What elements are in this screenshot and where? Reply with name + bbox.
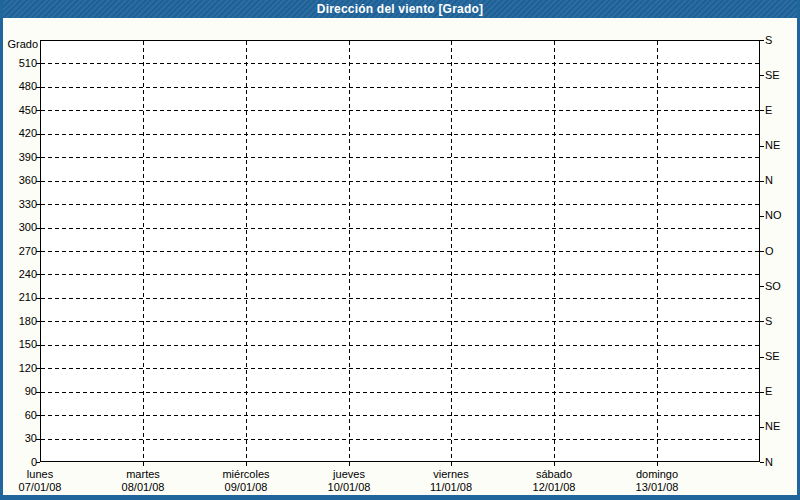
- day-label: jueves: [333, 468, 365, 481]
- h-gridline: [41, 134, 759, 135]
- h-gridline: [41, 392, 759, 393]
- x-tick-mark: [657, 462, 658, 466]
- v-gridline: [657, 41, 658, 461]
- compass-label: NE: [765, 139, 780, 152]
- compass-label: NE: [765, 420, 780, 433]
- h-gridline: [41, 298, 759, 299]
- date-label: 07/01/08: [19, 481, 62, 494]
- day-label: martes: [126, 468, 160, 481]
- y-tick-label: 210: [4, 291, 37, 304]
- compass-tick-mark: [760, 462, 764, 463]
- compass-tick-mark: [760, 181, 764, 182]
- compass-label: O: [765, 245, 774, 258]
- y-tick-mark: [36, 228, 40, 229]
- date-label: 09/01/08: [225, 481, 268, 494]
- x-tick-mark: [349, 462, 350, 466]
- y-tick-mark: [36, 439, 40, 440]
- y-tick-mark: [36, 392, 40, 393]
- v-gridline: [246, 41, 247, 461]
- compass-label: E: [765, 104, 772, 117]
- compass-label: N: [765, 456, 773, 469]
- compass-tick-mark: [760, 357, 764, 358]
- y-tick-label: 300: [4, 221, 37, 234]
- v-gridline: [143, 41, 144, 461]
- day-label: domingo: [636, 468, 678, 481]
- chart-title: Dirección del viento [Grado]: [317, 2, 483, 16]
- frame-border-left: [0, 0, 3, 500]
- h-gridline: [41, 251, 759, 252]
- compass-label: SO: [765, 280, 781, 293]
- day-label: lunes: [27, 468, 53, 481]
- h-gridline: [41, 63, 759, 64]
- y-tick-mark: [36, 415, 40, 416]
- h-gridline: [41, 368, 759, 369]
- v-gridline: [451, 41, 452, 461]
- compass-tick-mark: [760, 286, 764, 287]
- wind-direction-chart-window: Dirección del viento [Grado] Grado 03060…: [0, 0, 800, 500]
- compass-label: SE: [765, 69, 780, 82]
- compass-label: SE: [765, 350, 780, 363]
- compass-tick-mark: [760, 251, 764, 252]
- date-label: 12/01/08: [533, 481, 576, 494]
- y-tick-mark: [36, 345, 40, 346]
- compass-tick-mark: [760, 392, 764, 393]
- x-tick-mark: [143, 462, 144, 466]
- compass-label: E: [765, 385, 772, 398]
- h-gridline: [41, 110, 759, 111]
- y-tick-label: 450: [4, 104, 37, 117]
- v-gridline: [349, 41, 350, 461]
- h-gridline: [41, 181, 759, 182]
- h-gridline: [41, 87, 759, 88]
- compass-label: N: [765, 174, 773, 187]
- h-gridline: [41, 439, 759, 440]
- h-gridline: [41, 345, 759, 346]
- y-tick-label: 90: [4, 385, 37, 398]
- compass-tick-mark: [760, 110, 764, 111]
- y-tick-label: 240: [4, 268, 37, 281]
- y-tick-label: 180: [4, 315, 37, 328]
- title-bar: Dirección del viento [Grado]: [0, 0, 800, 18]
- y-tick-mark: [36, 251, 40, 252]
- y-tick-mark: [36, 298, 40, 299]
- y-tick-label: 330: [4, 198, 37, 211]
- y-tick-label: 120: [4, 362, 37, 375]
- x-tick-mark: [246, 462, 247, 466]
- y-tick-label: 480: [4, 80, 37, 93]
- h-gridline: [41, 228, 759, 229]
- y-tick-mark: [36, 157, 40, 158]
- h-gridline: [41, 415, 759, 416]
- day-label: viernes: [433, 468, 468, 481]
- y-tick-mark: [36, 134, 40, 135]
- h-gridline: [41, 274, 759, 275]
- y-axis-unit-label: Grado: [0, 38, 38, 50]
- frame-border-bottom: [0, 495, 800, 500]
- compass-tick-mark: [760, 146, 764, 147]
- x-tick-mark: [451, 462, 452, 466]
- y-tick-mark: [36, 321, 40, 322]
- h-gridline: [41, 204, 759, 205]
- date-label: 13/01/08: [636, 481, 679, 494]
- date-label: 08/01/08: [122, 481, 165, 494]
- compass-tick-mark: [760, 75, 764, 76]
- compass-label: S: [765, 315, 772, 328]
- y-tick-label: 60: [4, 409, 37, 422]
- date-label: 10/01/08: [328, 481, 371, 494]
- y-tick-label: 30: [4, 432, 37, 445]
- v-gridline: [554, 41, 555, 461]
- compass-tick-mark: [760, 216, 764, 217]
- y-tick-mark: [36, 462, 40, 463]
- y-tick-mark: [36, 181, 40, 182]
- y-tick-mark: [36, 204, 40, 205]
- y-tick-label: 420: [4, 127, 37, 140]
- y-tick-label: 510: [4, 57, 37, 70]
- y-tick-mark: [36, 87, 40, 88]
- h-gridline: [41, 157, 759, 158]
- h-gridline: [41, 321, 759, 322]
- y-tick-mark: [36, 368, 40, 369]
- y-tick-label: 150: [4, 338, 37, 351]
- date-label: 11/01/08: [430, 481, 472, 494]
- y-tick-label: 390: [4, 151, 37, 164]
- y-tick-mark: [36, 274, 40, 275]
- day-label: sábado: [536, 468, 572, 481]
- y-tick-mark: [36, 110, 40, 111]
